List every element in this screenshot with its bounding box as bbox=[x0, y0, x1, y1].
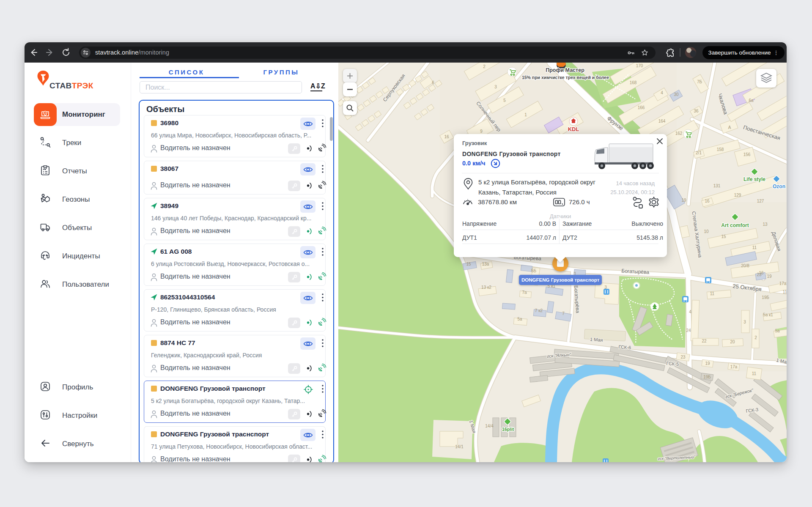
svg-text:129: 129 bbox=[734, 193, 741, 197]
svg-text:11: 11 bbox=[752, 371, 757, 376]
svg-text:2/1: 2/1 bbox=[696, 151, 702, 155]
svg-text:166: 166 bbox=[638, 105, 645, 110]
svg-text:20: 20 bbox=[730, 340, 735, 344]
svg-text:6а: 6а bbox=[749, 98, 754, 103]
svg-text:KDL: KDL bbox=[568, 126, 579, 132]
svg-text:13а: 13а bbox=[482, 262, 489, 266]
svg-text:13: 13 bbox=[763, 222, 768, 227]
svg-text:9: 9 bbox=[480, 129, 483, 134]
svg-text:20/8: 20/8 bbox=[741, 263, 749, 268]
svg-text:2: 2 bbox=[754, 335, 757, 340]
svg-text:Life style: Life style bbox=[743, 176, 765, 182]
svg-text:30: 30 bbox=[674, 92, 679, 97]
svg-text:162: 162 bbox=[675, 131, 683, 136]
svg-text:131: 131 bbox=[713, 184, 721, 188]
svg-text:Профи Мастер: Профи Мастер bbox=[546, 67, 584, 73]
svg-text:19: 19 bbox=[705, 361, 710, 366]
svg-text:23: 23 bbox=[757, 272, 762, 277]
svg-text:5а к1: 5а к1 bbox=[763, 312, 773, 317]
svg-text:3: 3 bbox=[494, 85, 497, 89]
svg-text:15: 15 bbox=[466, 262, 471, 266]
svg-text:16plit: 16plit bbox=[502, 427, 514, 432]
svg-text:4: 4 bbox=[661, 90, 663, 95]
svg-text:16: 16 bbox=[444, 134, 449, 139]
svg-text:23: 23 bbox=[680, 355, 686, 359]
svg-text:36: 36 bbox=[694, 109, 699, 113]
svg-text:11: 11 bbox=[752, 245, 757, 250]
svg-text:170: 170 bbox=[636, 63, 643, 68]
svg-text:5а: 5а bbox=[517, 317, 522, 321]
svg-text:17а: 17а bbox=[779, 281, 787, 286]
svg-text:Art comfort: Art comfort bbox=[721, 222, 749, 228]
svg-text:11: 11 bbox=[783, 290, 787, 294]
svg-text:3: 3 bbox=[743, 320, 746, 324]
svg-text:164: 164 bbox=[658, 119, 666, 123]
svg-text:2: 2 bbox=[483, 64, 486, 69]
svg-text:16: 16 bbox=[705, 199, 710, 203]
svg-text:5: 5 bbox=[503, 98, 506, 103]
svg-text:7 к2: 7 к2 bbox=[535, 308, 543, 313]
svg-text:156: 156 bbox=[743, 152, 751, 157]
svg-text:127: 127 bbox=[757, 199, 764, 203]
svg-text:1: 1 bbox=[524, 112, 527, 117]
svg-text:Ozon: Ozon bbox=[773, 184, 785, 189]
svg-text:4: 4 bbox=[689, 310, 691, 314]
svg-text:17а: 17а bbox=[730, 364, 738, 369]
svg-text:10: 10 bbox=[704, 229, 709, 234]
svg-text:14/4: 14/4 bbox=[485, 424, 494, 428]
svg-text:19: 19 bbox=[681, 198, 686, 203]
svg-text:6: 6 bbox=[432, 80, 434, 85]
svg-text:1 Мая: 1 Мая bbox=[590, 337, 603, 343]
svg-text:3: 3 bbox=[604, 285, 607, 290]
svg-text:158: 158 bbox=[717, 147, 724, 152]
svg-text:168: 168 bbox=[630, 80, 637, 85]
svg-text:22: 22 bbox=[702, 339, 707, 343]
svg-text:7Б: 7Б bbox=[697, 79, 702, 84]
svg-text:5а: 5а bbox=[775, 329, 780, 333]
svg-text:7а: 7а bbox=[522, 290, 527, 295]
svg-text:19Б: 19Б bbox=[703, 375, 711, 379]
svg-text:5Б: 5Б bbox=[531, 269, 537, 273]
svg-text:А: А bbox=[728, 125, 731, 130]
svg-text:7: 7 bbox=[562, 311, 565, 316]
svg-text:11: 11 bbox=[710, 291, 715, 296]
svg-text:19: 19 bbox=[767, 274, 772, 279]
svg-text:15% при химчистке трех вещей и: 15% при химчистке трех вещей и более bbox=[522, 75, 609, 80]
svg-text:19Б: 19Б bbox=[762, 295, 769, 300]
svg-text:13 к2: 13 к2 bbox=[481, 285, 491, 290]
svg-text:ГСК-6: ГСК-6 bbox=[618, 344, 631, 350]
svg-text:14/1: 14/1 bbox=[455, 444, 464, 449]
svg-text:24: 24 bbox=[686, 328, 691, 333]
svg-text:ГСК-5: ГСК-5 bbox=[666, 361, 679, 367]
svg-text:15: 15 bbox=[721, 234, 726, 239]
